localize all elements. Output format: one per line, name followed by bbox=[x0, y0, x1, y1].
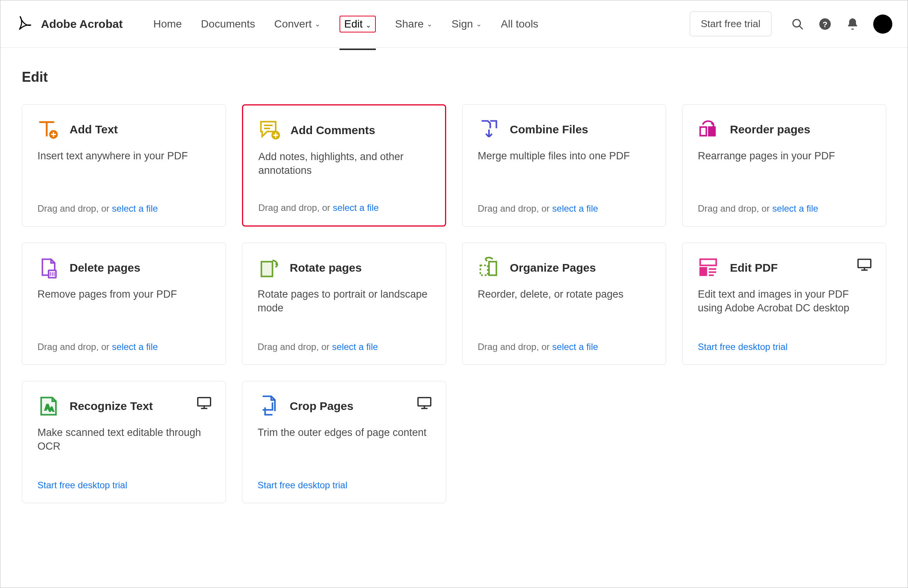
card-title: Organize Pages bbox=[510, 261, 596, 274]
help-icon[interactable]: ? bbox=[818, 17, 832, 31]
nav-convert[interactable]: Convert ⌄ bbox=[274, 0, 320, 48]
nav-edit[interactable]: Edit ⌄ bbox=[339, 0, 376, 50]
card-crop-pages[interactable]: Crop Pages Trim the outer edges of page … bbox=[242, 381, 446, 503]
delete-pages-icon bbox=[37, 257, 60, 279]
brand: Adobe Acrobat bbox=[16, 14, 123, 34]
svg-rect-18 bbox=[700, 268, 707, 275]
nav-label: Sign bbox=[452, 18, 473, 30]
card-desc: Trim the outer edges of page content bbox=[258, 426, 430, 439]
chevron-down-icon: ⌄ bbox=[315, 20, 320, 28]
bell-icon[interactable] bbox=[846, 17, 859, 31]
svg-rect-11 bbox=[261, 262, 272, 277]
nav-share[interactable]: Share ⌄ bbox=[395, 0, 432, 48]
card-title: Crop Pages bbox=[290, 400, 354, 413]
card-add-comments[interactable]: Add Comments Add notes, highlights, and … bbox=[242, 104, 446, 227]
card-action: Start free desktop trial bbox=[258, 480, 430, 491]
card-delete-pages[interactable]: Delete pages Remove pages from your PDF … bbox=[22, 243, 226, 365]
svg-text:A: A bbox=[50, 406, 54, 412]
desktop-trial-link[interactable]: Start free desktop trial bbox=[698, 342, 788, 352]
desktop-trial-link[interactable]: Start free desktop trial bbox=[258, 480, 348, 490]
select-file-link[interactable]: select a file bbox=[552, 203, 598, 214]
nav-home[interactable]: Home bbox=[153, 0, 182, 48]
page-title: Edit bbox=[22, 69, 886, 85]
start-free-trial-button[interactable]: Start free trial bbox=[690, 11, 772, 36]
nav-documents[interactable]: Documents bbox=[201, 0, 255, 48]
reorder-pages-icon bbox=[698, 118, 720, 141]
select-file-link[interactable]: select a file bbox=[112, 203, 158, 214]
card-title: Add Comments bbox=[291, 124, 375, 137]
brand-name: Adobe Acrobat bbox=[41, 18, 123, 31]
select-file-link[interactable]: select a file bbox=[772, 203, 818, 214]
card-action: Start free desktop trial bbox=[698, 342, 871, 352]
card-desc: Rearrange pages in your PDF bbox=[698, 149, 871, 163]
desktop-icon bbox=[417, 395, 432, 410]
nav-all-tools[interactable]: All tools bbox=[501, 0, 538, 48]
desktop-trial-link[interactable]: Start free desktop trial bbox=[37, 480, 127, 490]
combine-files-icon bbox=[478, 118, 500, 141]
top-nav: Home Documents Convert ⌄ Edit ⌄ Share ⌄ … bbox=[153, 0, 538, 50]
card-title: Delete pages bbox=[70, 261, 140, 274]
chevron-down-icon: ⌄ bbox=[476, 20, 482, 28]
select-file-link[interactable]: select a file bbox=[333, 202, 379, 213]
svg-text:?: ? bbox=[823, 19, 828, 28]
card-edit-pdf[interactable]: Edit PDF Edit text and images in your PD… bbox=[682, 243, 886, 365]
card-desc: Remove pages from your PDF bbox=[37, 287, 210, 301]
select-file-link[interactable]: select a file bbox=[112, 342, 158, 352]
add-comments-icon bbox=[258, 119, 281, 141]
svg-rect-14 bbox=[858, 259, 871, 268]
card-organize-pages[interactable]: Organize Pages Reorder, delete, or rotat… bbox=[462, 243, 666, 365]
avatar[interactable] bbox=[873, 15, 892, 34]
chevron-down-icon: ⌄ bbox=[365, 21, 371, 29]
page-body: Edit Add Text Insert text anywhere in yo… bbox=[0, 48, 908, 518]
card-title: Recognize Text bbox=[70, 400, 153, 413]
svg-rect-17 bbox=[700, 259, 716, 265]
svg-rect-27 bbox=[418, 398, 430, 406]
svg-point-0 bbox=[793, 19, 801, 27]
tools-grid: Add Text Insert text anywhere in your PD… bbox=[22, 104, 886, 503]
card-desc: Reorder, delete, or rotate pages bbox=[478, 287, 651, 301]
add-text-icon bbox=[37, 118, 60, 141]
svg-rect-8 bbox=[700, 127, 707, 136]
select-file-link[interactable]: select a file bbox=[552, 342, 598, 352]
card-action: Start free desktop trial bbox=[37, 480, 210, 491]
card-action: Drag and drop, or select a file bbox=[37, 203, 210, 214]
card-reorder-pages[interactable]: Reorder pages Rearrange pages in your PD… bbox=[682, 104, 886, 227]
card-desc: Merge multiple files into one PDF bbox=[478, 149, 651, 163]
edit-pdf-icon bbox=[698, 257, 720, 279]
card-title: Edit PDF bbox=[730, 261, 778, 274]
card-recognize-text[interactable]: AA Recognize Text Make scanned text edit… bbox=[22, 381, 226, 503]
svg-rect-9 bbox=[709, 127, 715, 136]
svg-rect-13 bbox=[480, 266, 487, 275]
nav-label: Home bbox=[153, 18, 182, 30]
rotate-pages-icon bbox=[258, 257, 280, 279]
card-desc: Rotate pages to portrait or landscape mo… bbox=[258, 287, 430, 315]
card-desc: Make scanned text editable through OCR bbox=[37, 426, 210, 454]
card-action: Drag and drop, or select a file bbox=[258, 202, 430, 213]
nav-sign[interactable]: Sign ⌄ bbox=[452, 0, 482, 48]
card-title: Rotate pages bbox=[290, 261, 362, 274]
header-actions: ? bbox=[791, 15, 892, 34]
organize-pages-icon bbox=[478, 257, 500, 279]
card-combine-files[interactable]: Combine Files Merge multiple files into … bbox=[462, 104, 666, 227]
nav-label: Share bbox=[395, 18, 424, 30]
card-action: Drag and drop, or select a file bbox=[698, 203, 871, 214]
select-file-link[interactable]: select a file bbox=[332, 342, 378, 352]
nav-label: Convert bbox=[274, 18, 312, 30]
svg-line-1 bbox=[799, 26, 803, 29]
card-title: Combine Files bbox=[510, 123, 588, 136]
card-rotate-pages[interactable]: Rotate pages Rotate pages to portrait or… bbox=[242, 243, 446, 365]
nav-edit-highlight: Edit ⌄ bbox=[339, 16, 376, 32]
card-action: Drag and drop, or select a file bbox=[37, 342, 210, 352]
card-action: Drag and drop, or select a file bbox=[478, 203, 651, 214]
card-add-text[interactable]: Add Text Insert text anywhere in your PD… bbox=[22, 104, 226, 227]
desktop-icon bbox=[197, 395, 212, 410]
card-action: Drag and drop, or select a file bbox=[258, 342, 430, 352]
nav-label: All tools bbox=[501, 18, 538, 30]
recognize-text-icon: AA bbox=[37, 395, 60, 417]
svg-rect-12 bbox=[489, 262, 496, 275]
app-header: Adobe Acrobat Home Documents Convert ⌄ E… bbox=[0, 0, 908, 48]
nav-label: Documents bbox=[201, 18, 255, 30]
search-icon[interactable] bbox=[791, 17, 804, 31]
card-desc: Add notes, highlights, and other annotat… bbox=[258, 150, 430, 178]
card-title: Reorder pages bbox=[730, 123, 810, 136]
